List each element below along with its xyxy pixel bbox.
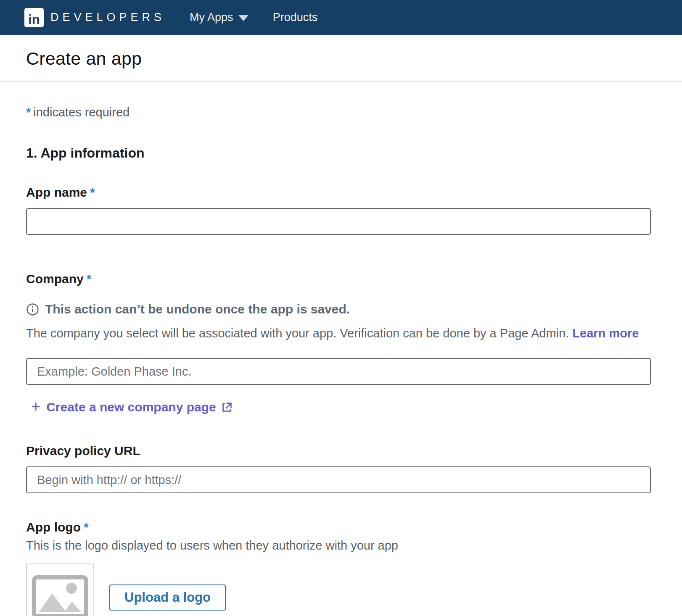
company-input[interactable] — [26, 358, 651, 385]
main-content: *indicates required 1. App information A… — [0, 105, 682, 616]
create-company-page-link[interactable]: + Create a new company page — [26, 397, 238, 418]
create-company-page-label: Create a new company page — [46, 400, 216, 414]
external-link-icon — [221, 401, 233, 413]
company-label-text: Company — [26, 272, 84, 286]
upload-logo-button[interactable]: Upload a logo — [109, 584, 226, 611]
company-description-text: The company you select will be associate… — [26, 326, 569, 340]
learn-more-link[interactable]: Learn more — [572, 326, 639, 340]
required-note: *indicates required — [26, 105, 651, 119]
app-name-label-text: App name — [26, 185, 87, 199]
app-name-required-asterisk: * — [90, 185, 95, 199]
app-logo-label-text: App logo — [26, 520, 81, 534]
section-title-app-information: 1. App information — [26, 145, 651, 161]
app-logo-row: Upload a logo — [26, 563, 651, 616]
nav-item-my-apps-label: My Apps — [190, 11, 233, 24]
app-name-label: App name* — [26, 185, 651, 200]
required-note-text: indicates required — [33, 105, 130, 119]
required-asterisk: * — [26, 105, 31, 119]
company-required-asterisk: * — [87, 272, 92, 286]
privacy-policy-input[interactable] — [26, 466, 651, 493]
app-logo-label: App logo* — [26, 520, 651, 534]
top-navbar: in DEVELOPERS My Apps Products — [0, 0, 682, 35]
app-logo-required-asterisk: * — [84, 520, 89, 534]
app-name-input[interactable] — [26, 208, 651, 235]
nav-item-products-label: Products — [273, 11, 318, 24]
linkedin-logo-text: in — [28, 12, 40, 27]
app-logo-description: This is the logo displayed to users when… — [26, 539, 651, 553]
info-icon — [26, 303, 39, 316]
privacy-policy-label: Privacy policy URL — [26, 444, 651, 458]
linkedin-logo-icon[interactable]: in — [24, 8, 44, 27]
logo-preview-placeholder — [26, 563, 94, 616]
company-warning-text: This action can’t be undone once the app… — [45, 302, 350, 316]
image-placeholder-icon — [32, 575, 88, 616]
page-header: Create an app — [0, 35, 682, 82]
chevron-down-icon — [238, 15, 248, 21]
company-warning-row: This action can’t be undone once the app… — [26, 302, 651, 316]
plus-icon: + — [31, 398, 40, 414]
nav-item-my-apps[interactable]: My Apps — [190, 11, 248, 24]
page-title: Create an app — [26, 48, 656, 69]
nav-item-products[interactable]: Products — [273, 11, 318, 24]
brand-developers: DEVELOPERS — [50, 11, 165, 24]
company-description: The company you select will be associate… — [26, 326, 651, 340]
company-label: Company* — [26, 272, 651, 286]
